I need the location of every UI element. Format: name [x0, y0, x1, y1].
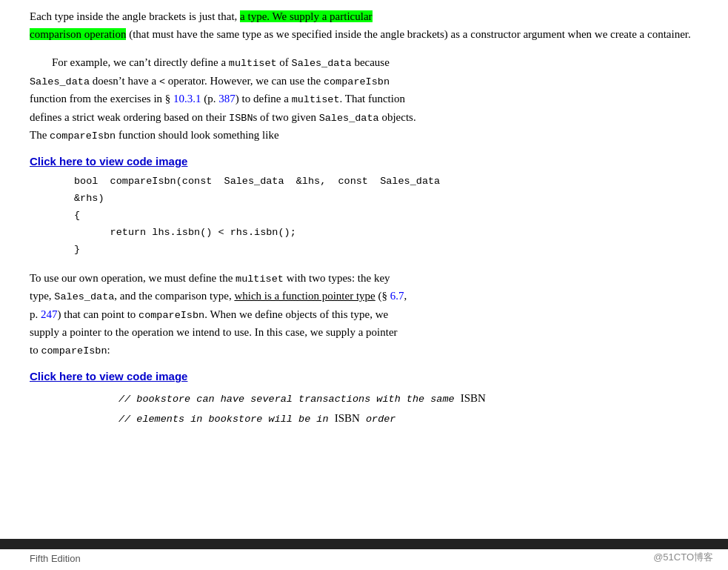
para2-text-shouldlook: function should look something like: [116, 129, 278, 141]
bottom-bar: [0, 539, 728, 549]
para3-line2-text3: (§: [375, 290, 390, 302]
para3-line5-text1: to: [30, 344, 41, 356]
link-6-7[interactable]: 6.7: [390, 290, 404, 302]
comment2-after: order: [360, 414, 396, 425]
para2-code-lt: <: [159, 76, 165, 87]
click-code-link-1[interactable]: Click here to view code image: [30, 155, 698, 168]
para3-line2-text2: , and the comparison type,: [114, 290, 234, 302]
code-comment2: // elements in bookstore will be in ISBN…: [118, 408, 698, 428]
para2-text-thatfunc: . That function: [339, 93, 404, 105]
para2-code-salesdata2: Sales_data: [30, 76, 90, 87]
para2-text-sof: s of two given: [253, 111, 318, 123]
para2-text-p: (p.: [201, 93, 219, 105]
para2-code-isbn: ISBN: [229, 113, 253, 124]
para3-text2: with two types: the key: [284, 272, 390, 284]
comment2-before: // elements in bookstore will be in: [118, 414, 335, 425]
para2-text-function: function from the exercises in §: [30, 93, 173, 105]
code-line5: }: [74, 244, 80, 255]
para2-code-multiset: multiset: [229, 58, 277, 69]
para2-code-salesdata3: Sales_data: [319, 113, 379, 124]
footer-left: Fifth Edition: [30, 553, 81, 564]
link-247[interactable]: 247: [41, 308, 58, 320]
para3-text1: To use our own operation, we must define…: [30, 272, 236, 284]
para2-text-operator: operator. However, we can use the: [165, 75, 324, 87]
para2-code-salesdata: Sales_data: [292, 58, 352, 69]
para3-line2-text4: ,: [404, 290, 407, 302]
highlight-a-type: a type.: [240, 10, 270, 22]
para3-line5-text2: :: [107, 344, 110, 356]
para3-code-multiset: multiset: [236, 274, 284, 285]
click-code-link-2[interactable]: Click here to view code image: [30, 370, 698, 382]
para3-line4: supply a pointer to the operation we int…: [30, 326, 398, 338]
paragraph-2: For example, we can’t directly define a …: [30, 53, 698, 145]
para3-code-compareIsbn2: compareIsbn: [41, 345, 107, 357]
code-block-2: // bookstore can have several transactio…: [74, 388, 698, 429]
link-387[interactable]: 387: [218, 93, 236, 105]
para1-text-before: Each type inside the angle brackets is j…: [30, 10, 240, 22]
code-block-1: bool compareIsbn(const Sales_data &lhs, …: [74, 173, 698, 259]
link-10-3-1[interactable]: 10.3.1: [173, 93, 201, 105]
para2-text-todefine: ) to define a: [236, 93, 292, 105]
para3-code-compareIsbn: compareIsbn: [138, 310, 204, 321]
para3-line3-text1: p.: [30, 308, 41, 320]
para2-code-multiset2: multiset: [292, 94, 340, 105]
code-comment1: // bookstore can have several transactio…: [118, 388, 698, 408]
comment2-isbn: ISBN: [335, 412, 360, 424]
para2-text2: of: [277, 56, 292, 68]
footer-right: @51CTO博客: [653, 551, 713, 564]
para2-text-defines: defines a strict weak ordering based on …: [30, 111, 229, 123]
para3-line3-text3: . When we define objects of this type, w…: [204, 308, 388, 320]
paragraph-3: To use our own operation, we must define…: [30, 269, 698, 359]
para2-text-the: The: [30, 129, 50, 141]
highlight-comparison-op: comparison operation: [30, 28, 126, 40]
comment1-before: // bookstore can have several transactio…: [118, 394, 461, 405]
para2-text-objects: objects.: [379, 111, 416, 123]
code-line3: {: [74, 210, 80, 221]
code-line2: &rhs): [74, 193, 104, 204]
para3-line3-text2: ) that can point to: [58, 308, 139, 320]
para3-underline-funcptr: which is a function pointer type: [234, 290, 375, 302]
highlight-we-supply: We supply a particular: [270, 10, 372, 22]
para3-line2-text1: type,: [30, 290, 54, 302]
code-line1: bool compareIsbn(const Sales_data &lhs, …: [74, 176, 440, 187]
para2-code-compareIsbn: compareIsbn: [324, 76, 390, 87]
code-line4: return lhs.isbn() < rhs.isbn();: [74, 227, 296, 238]
para2-text3: because: [352, 56, 390, 68]
comment1-isbn: ISBN: [461, 392, 486, 404]
para1-text-after: (that must have the same type as we spec…: [126, 28, 690, 40]
para2-indent-text: For example, we can’t directly define a: [52, 56, 229, 68]
para3-code-salesdata: Sales_data: [54, 291, 114, 302]
para2-text-doesnt: doesn’t have a: [90, 75, 159, 87]
para2-code-compareIsbn2: compareIsbn: [50, 130, 116, 142]
paragraph-1: Each type inside the angle brackets is j…: [30, 7, 698, 43]
